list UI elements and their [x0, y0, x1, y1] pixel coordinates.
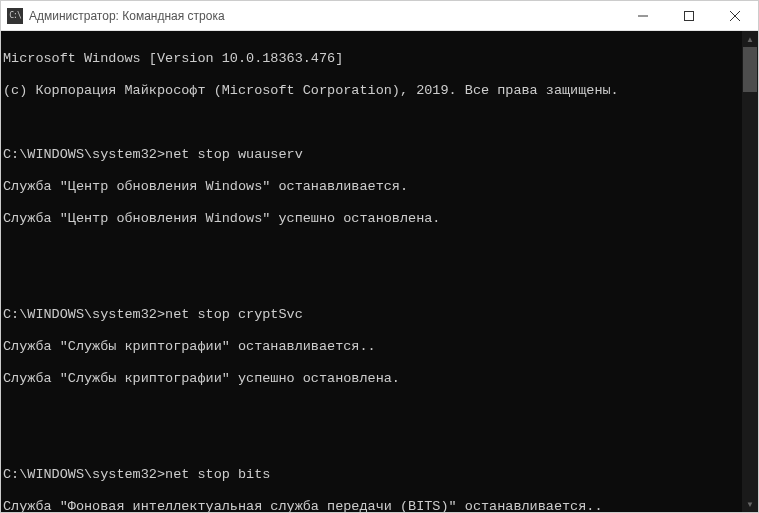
blank-line: [3, 243, 740, 259]
scroll-down-arrow[interactable]: ▼: [742, 496, 758, 512]
window-title: Администратор: Командная строка: [29, 9, 225, 23]
command-text: net stop wuauserv: [165, 147, 303, 162]
output-line: Служба "Центр обновления Windows" остана…: [3, 179, 740, 195]
command-text: net stop cryptSvc: [165, 307, 303, 322]
command-text: net stop bits: [165, 467, 270, 482]
version-line: Microsoft Windows [Version 10.0.18363.47…: [3, 51, 740, 67]
output-line: Служба "Центр обновления Windows" успешн…: [3, 211, 740, 227]
blank-line: [3, 435, 740, 451]
prompt: C:\WINDOWS\system32>: [3, 147, 165, 162]
output-line: Служба "Службы криптографии" успешно ост…: [3, 371, 740, 387]
command-line: C:\WINDOWS\system32>net stop bits: [3, 467, 740, 483]
maximize-button[interactable]: [666, 1, 712, 30]
terminal-area: Microsoft Windows [Version 10.0.18363.47…: [1, 31, 758, 512]
copyright-line: (c) Корпорация Майкрософт (Microsoft Cor…: [3, 83, 740, 99]
output-line: Служба "Службы криптографии" останавлива…: [3, 339, 740, 355]
vertical-scrollbar[interactable]: ▲ ▼: [742, 31, 758, 512]
svg-rect-1: [685, 11, 694, 20]
cmd-window: C:\ Администратор: Командная строка Micr…: [0, 0, 759, 513]
scroll-up-arrow[interactable]: ▲: [742, 31, 758, 47]
output-line: Служба "Фоновая интеллектуальная служба …: [3, 499, 740, 512]
terminal-output[interactable]: Microsoft Windows [Version 10.0.18363.47…: [1, 31, 742, 512]
prompt: C:\WINDOWS\system32>: [3, 307, 165, 322]
blank-line: [3, 403, 740, 419]
minimize-button[interactable]: [620, 1, 666, 30]
close-button[interactable]: [712, 1, 758, 30]
window-controls: [620, 1, 758, 30]
scrollbar-track[interactable]: [742, 47, 758, 496]
titlebar-left: C:\ Администратор: Командная строка: [1, 8, 225, 24]
cmd-icon: C:\: [7, 8, 23, 24]
command-line: C:\WINDOWS\system32>net stop cryptSvc: [3, 307, 740, 323]
command-line: C:\WINDOWS\system32>net stop wuauserv: [3, 147, 740, 163]
prompt: C:\WINDOWS\system32>: [3, 467, 165, 482]
blank-line: [3, 115, 740, 131]
titlebar[interactable]: C:\ Администратор: Командная строка: [1, 1, 758, 31]
blank-line: [3, 275, 740, 291]
scrollbar-thumb[interactable]: [743, 47, 757, 92]
